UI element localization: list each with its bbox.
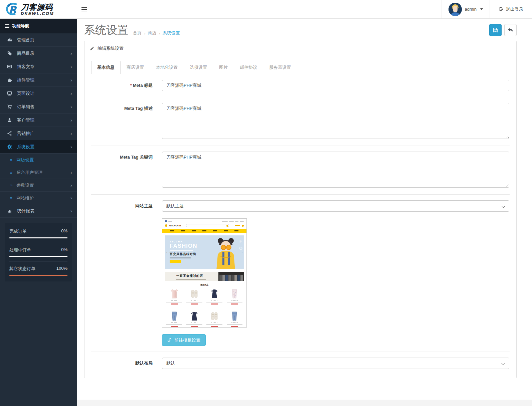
brand-subtitle: DKEWL.COM bbox=[21, 11, 54, 16]
meta-title-input[interactable] bbox=[162, 80, 509, 91]
stat-label: 完成订单 bbox=[9, 228, 27, 234]
chevron-right-icon bbox=[70, 208, 72, 213]
hero-caption: 百变风格品味时尚 bbox=[170, 252, 197, 256]
stat-value: 0% bbox=[61, 228, 67, 234]
promo-text: 一家不会撞衫的店 bbox=[176, 274, 206, 278]
cart-icon bbox=[7, 104, 12, 110]
theme-select[interactable]: 默认主题 bbox=[162, 200, 509, 212]
chevron-right-icon bbox=[70, 104, 72, 109]
form-group-meta-description: Meta Tag 描述 刀客源码PHP商城 bbox=[91, 97, 510, 146]
form-group-meta-title: *Meta 标题 bbox=[91, 74, 510, 97]
store-name: OPENCART bbox=[169, 225, 181, 227]
latest-products-title: 最新商品 bbox=[162, 283, 246, 286]
sidebar-item-extensions[interactable]: 插件管理 bbox=[0, 73, 77, 87]
brand-title: 刀客源码 bbox=[21, 3, 54, 11]
store-nav-bar bbox=[162, 229, 246, 233]
stat-processing-orders: 处理中订单 0% bbox=[9, 243, 67, 262]
link-icon bbox=[167, 338, 172, 342]
sidebar-subitem-store-settings[interactable]: 网店设置 bbox=[0, 154, 77, 166]
logout-label: 退出登录 bbox=[506, 6, 523, 12]
breadcrumb-store[interactable]: 商店 bbox=[148, 30, 156, 36]
layout-select[interactable]: 默认 bbox=[162, 358, 509, 369]
chevron-right-icon bbox=[70, 195, 72, 200]
logout-button[interactable]: 退出登录 bbox=[490, 0, 532, 18]
sidebar-item-system[interactable]: 系统设置 bbox=[0, 140, 77, 154]
sidebar-nav-header: 功能导航 bbox=[0, 19, 77, 33]
tab-image[interactable]: 图片 bbox=[213, 61, 234, 74]
gear-icon bbox=[7, 144, 12, 150]
stat-label: 处理中订单 bbox=[9, 247, 31, 253]
sidebar-subitem-parameters[interactable]: 参数设置 bbox=[0, 179, 77, 192]
stat-value: 0% bbox=[61, 247, 67, 253]
sidebar-item-blog[interactable]: 博客文章 bbox=[0, 60, 77, 73]
chevron-right-icon bbox=[70, 91, 72, 96]
store-search-bar bbox=[186, 224, 229, 227]
chevron-right-icon bbox=[70, 170, 72, 175]
save-icon bbox=[493, 27, 498, 33]
meta-keywords-textarea[interactable]: 刀客源码PHP商城 bbox=[162, 152, 509, 188]
product-thumb-jeans bbox=[165, 311, 183, 328]
breadcrumb-current[interactable]: 系统设置 bbox=[163, 30, 180, 36]
sidebar-item-design[interactable]: 页面设计 bbox=[0, 87, 77, 100]
double-chevron-icon bbox=[10, 183, 12, 188]
preview-store-header: OPENCART bbox=[162, 223, 246, 229]
sidebar-subitem-maintenance[interactable]: 网站维护 bbox=[0, 192, 77, 204]
product-thumb-navy-dress bbox=[205, 288, 224, 309]
progress-bar bbox=[9, 275, 67, 276]
stat-label: 其它状态订单 bbox=[9, 266, 35, 272]
user-menu[interactable]: admin bbox=[441, 0, 490, 18]
puzzle-icon bbox=[7, 77, 12, 83]
double-chevron-icon bbox=[10, 170, 12, 175]
sidebar: 功能导航 管理首页 商品目录 博客文章 bbox=[0, 19, 77, 406]
stat-completed-orders: 完成订单 0% bbox=[9, 224, 67, 243]
chevron-right-icon bbox=[70, 77, 72, 82]
tab-local[interactable]: 本地化设置 bbox=[150, 61, 184, 74]
progress-bar bbox=[9, 237, 67, 238]
product-thumb-jeans bbox=[225, 311, 244, 328]
sidebar-toggle-button[interactable] bbox=[77, 0, 92, 18]
sidebar-item-customers[interactable]: 客户管理 bbox=[0, 114, 77, 127]
page-title: 系统设置 bbox=[84, 24, 128, 36]
go-to-template-settings-button[interactable]: 前往模板设置 bbox=[162, 334, 206, 346]
tab-mail[interactable]: 邮件协议 bbox=[234, 61, 263, 74]
tab-option[interactable]: 选项设置 bbox=[184, 61, 213, 74]
theme-preview-image[interactable]: OPENCART ‹ › FO bbox=[162, 218, 247, 328]
hero-cta-button bbox=[170, 260, 181, 263]
sidebar-item-reports[interactable]: 统计报表 bbox=[0, 204, 77, 218]
sidebar-item-catalog[interactable]: 商品目录 bbox=[0, 47, 77, 60]
back-button[interactable] bbox=[504, 24, 517, 36]
save-button[interactable] bbox=[489, 24, 502, 36]
product-thumb-sandals bbox=[205, 311, 224, 328]
settings-panel: 编辑系统设置 基本信息 商店设置 本地化设置 选项设置 图片 邮件协议 服务器设… bbox=[84, 41, 517, 378]
pencil-icon bbox=[90, 46, 95, 51]
layout-label: 默认布局 bbox=[91, 358, 162, 369]
share-icon bbox=[7, 131, 12, 136]
settings-tabs: 基本信息 商店设置 本地化设置 选项设置 图片 邮件协议 服务器设置 bbox=[91, 61, 510, 74]
tab-general[interactable]: 基本信息 bbox=[91, 61, 121, 74]
tab-server[interactable]: 服务器设置 bbox=[263, 61, 297, 74]
sidebar-item-marketing[interactable]: 营销推广 bbox=[0, 127, 77, 140]
meta-description-textarea[interactable]: 刀客源码PHP商城 bbox=[162, 103, 509, 139]
hero-girl-illustration bbox=[214, 237, 238, 269]
form-group-layout: 默认布局 默认 bbox=[91, 352, 510, 375]
meta-description-label: Meta Tag 描述 bbox=[91, 103, 162, 140]
chevron-right-icon bbox=[70, 64, 72, 69]
breadcrumb-home[interactable]: 首页 bbox=[133, 30, 142, 36]
admin-app: R 刀客源码 DKEWL.COM admin bbox=[0, 0, 532, 406]
chevron-right-icon bbox=[70, 131, 72, 136]
top-header: R 刀客源码 DKEWL.COM admin bbox=[0, 0, 532, 19]
chevron-right-icon bbox=[70, 183, 72, 188]
sidebar-subitem-admin-users[interactable]: 后台用户管理 bbox=[0, 166, 77, 179]
hero-title-line2: FASHION bbox=[170, 243, 197, 249]
brand-logo[interactable]: R 刀客源码 DKEWL.COM bbox=[0, 0, 77, 18]
product-grid bbox=[162, 286, 246, 328]
sidebar-item-sales[interactable]: 订单销售 bbox=[0, 100, 77, 114]
tab-store[interactable]: 商店设置 bbox=[121, 61, 150, 74]
avatar bbox=[449, 3, 462, 16]
sidebar-item-dashboard[interactable]: 管理首页 bbox=[0, 33, 77, 47]
theme-label: 网站主题 bbox=[91, 200, 162, 346]
form-group-theme: 网站主题 默认主题 bbox=[91, 195, 510, 352]
required-mark: * bbox=[130, 83, 132, 88]
meta-keywords-label: Meta Tag 关键词 bbox=[91, 152, 162, 189]
store-logo-icon bbox=[165, 224, 167, 227]
